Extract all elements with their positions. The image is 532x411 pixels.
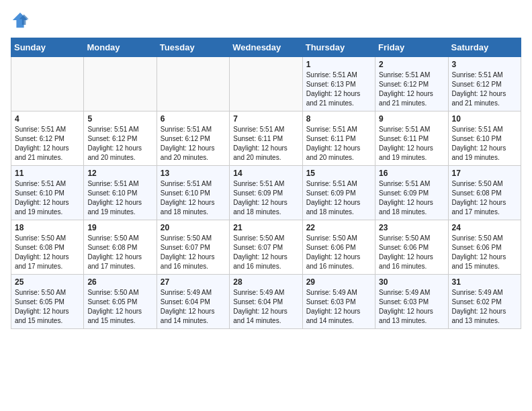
day-number: 3 [452,60,517,69]
day-info: Sunrise: 5:50 AM Sunset: 6:07 PM Dayligh… [233,234,298,271]
day-number: 7 [233,114,298,124]
calendar-cell: 27Sunrise: 5:49 AM Sunset: 6:04 PM Dayli… [157,275,229,329]
day-info: Sunrise: 5:50 AM Sunset: 6:06 PM Dayligh… [452,234,517,271]
day-number: 14 [233,169,298,178]
calendar-cell: 8Sunrise: 5:51 AM Sunset: 6:11 PM Daylig… [302,111,375,166]
day-of-week-sunday: Sunday [11,38,84,57]
calendar-cell: 15Sunrise: 5:51 AM Sunset: 6:09 PM Dayli… [302,166,375,220]
day-of-week-monday: Monday [84,38,157,57]
day-number: 8 [306,114,371,124]
day-number: 9 [379,114,444,124]
day-info: Sunrise: 5:51 AM Sunset: 6:10 PM Dayligh… [452,125,517,163]
calendar-cell: 30Sunrise: 5:49 AM Sunset: 6:03 PM Dayli… [375,275,448,329]
calendar-cell: 11Sunrise: 5:51 AM Sunset: 6:10 PM Dayli… [11,166,84,220]
calendar-cell: 2Sunrise: 5:51 AM Sunset: 6:12 PM Daylig… [375,57,448,111]
day-number: 5 [87,114,152,124]
day-number: 12 [87,169,152,178]
day-info: Sunrise: 5:51 AM Sunset: 6:12 PM Dayligh… [379,71,444,108]
day-info: Sunrise: 5:50 AM Sunset: 6:08 PM Dayligh… [87,234,152,271]
calendar-cell: 24Sunrise: 5:50 AM Sunset: 6:06 PM Dayli… [448,220,521,275]
day-number: 18 [15,223,80,232]
day-info: Sunrise: 5:51 AM Sunset: 6:09 PM Dayligh… [379,179,444,217]
day-number: 25 [15,277,80,287]
calendar-cell: 7Sunrise: 5:51 AM Sunset: 6:11 PM Daylig… [230,111,302,166]
day-number: 2 [379,60,444,69]
day-number: 29 [306,277,371,287]
day-of-week-wednesday: Wednesday [230,38,302,57]
day-info: Sunrise: 5:50 AM Sunset: 6:06 PM Dayligh… [379,234,444,271]
calendar-cell: 29Sunrise: 5:49 AM Sunset: 6:03 PM Dayli… [302,275,375,329]
day-info: Sunrise: 5:49 AM Sunset: 6:04 PM Dayligh… [233,288,298,326]
day-number: 15 [306,169,371,178]
day-info: Sunrise: 5:51 AM Sunset: 6:11 PM Dayligh… [379,125,444,163]
day-number: 30 [379,277,444,287]
day-info: Sunrise: 5:50 AM Sunset: 6:07 PM Dayligh… [161,234,226,271]
calendar-cell [157,57,229,111]
calendar-cell: 1Sunrise: 5:51 AM Sunset: 6:13 PM Daylig… [302,57,375,111]
day-number: 28 [233,277,298,287]
day-number: 16 [379,169,444,178]
day-number: 23 [379,223,444,232]
week-row-2: 4Sunrise: 5:51 AM Sunset: 6:12 PM Daylig… [11,111,521,166]
calendar-cell: 3Sunrise: 5:51 AM Sunset: 6:12 PM Daylig… [448,57,521,111]
calendar-cell: 16Sunrise: 5:51 AM Sunset: 6:09 PM Dayli… [375,166,448,220]
day-number: 27 [161,277,226,287]
day-number: 22 [306,223,371,232]
day-number: 13 [161,169,226,178]
day-info: Sunrise: 5:50 AM Sunset: 6:05 PM Dayligh… [87,288,152,326]
day-number: 26 [87,277,152,287]
day-info: Sunrise: 5:50 AM Sunset: 6:06 PM Dayligh… [306,234,371,271]
calendar-cell: 26Sunrise: 5:50 AM Sunset: 6:05 PM Dayli… [84,275,157,329]
day-info: Sunrise: 5:51 AM Sunset: 6:12 PM Dayligh… [161,125,226,163]
day-number: 4 [15,114,80,124]
day-of-week-thursday: Thursday [302,38,375,57]
day-info: Sunrise: 5:49 AM Sunset: 6:03 PM Dayligh… [379,288,444,326]
calendar-body: 1Sunrise: 5:51 AM Sunset: 6:13 PM Daylig… [11,57,521,329]
week-row-5: 25Sunrise: 5:50 AM Sunset: 6:05 PM Dayli… [11,275,521,329]
calendar-cell: 31Sunrise: 5:49 AM Sunset: 6:02 PM Dayli… [448,275,521,329]
day-info: Sunrise: 5:50 AM Sunset: 6:08 PM Dayligh… [15,234,80,271]
calendar-cell: 17Sunrise: 5:50 AM Sunset: 6:08 PM Dayli… [448,166,521,220]
day-number: 11 [15,169,80,178]
day-of-week-friday: Friday [375,38,448,57]
calendar-table: SundayMondayTuesdayWednesdayThursdayFrid… [11,38,521,329]
day-info: Sunrise: 5:50 AM Sunset: 6:05 PM Dayligh… [15,288,80,326]
day-info: Sunrise: 5:50 AM Sunset: 6:08 PM Dayligh… [452,179,517,217]
day-number: 31 [452,277,517,287]
day-number: 21 [233,223,298,232]
day-info: Sunrise: 5:51 AM Sunset: 6:11 PM Dayligh… [233,125,298,163]
calendar-cell: 4Sunrise: 5:51 AM Sunset: 6:12 PM Daylig… [11,111,84,166]
calendar-cell: 25Sunrise: 5:50 AM Sunset: 6:05 PM Dayli… [11,275,84,329]
day-of-week-tuesday: Tuesday [157,38,229,57]
calendar-cell: 10Sunrise: 5:51 AM Sunset: 6:10 PM Dayli… [448,111,521,166]
header [11,11,521,30]
day-number: 10 [452,114,517,124]
day-info: Sunrise: 5:51 AM Sunset: 6:12 PM Dayligh… [15,125,80,163]
week-row-3: 11Sunrise: 5:51 AM Sunset: 6:10 PM Dayli… [11,166,521,220]
day-info: Sunrise: 5:51 AM Sunset: 6:09 PM Dayligh… [306,179,371,217]
days-of-week-row: SundayMondayTuesdayWednesdayThursdayFrid… [11,38,521,57]
day-info: Sunrise: 5:49 AM Sunset: 6:04 PM Dayligh… [161,288,226,326]
calendar-cell: 13Sunrise: 5:51 AM Sunset: 6:10 PM Dayli… [157,166,229,220]
calendar-cell: 22Sunrise: 5:50 AM Sunset: 6:06 PM Dayli… [302,220,375,275]
calendar-cell: 18Sunrise: 5:50 AM Sunset: 6:08 PM Dayli… [11,220,84,275]
calendar-cell: 21Sunrise: 5:50 AM Sunset: 6:07 PM Dayli… [230,220,302,275]
calendar-cell: 14Sunrise: 5:51 AM Sunset: 6:09 PM Dayli… [230,166,302,220]
day-info: Sunrise: 5:51 AM Sunset: 6:10 PM Dayligh… [15,179,80,217]
logo-icon [11,11,30,30]
calendar-cell [11,57,84,111]
day-number: 19 [87,223,152,232]
day-info: Sunrise: 5:51 AM Sunset: 6:09 PM Dayligh… [233,179,298,217]
day-number: 6 [161,114,226,124]
day-number: 24 [452,223,517,232]
day-info: Sunrise: 5:51 AM Sunset: 6:12 PM Dayligh… [452,71,517,108]
day-info: Sunrise: 5:51 AM Sunset: 6:11 PM Dayligh… [306,125,371,163]
calendar-cell [230,57,302,111]
day-info: Sunrise: 5:51 AM Sunset: 6:10 PM Dayligh… [161,179,226,217]
calendar-cell: 20Sunrise: 5:50 AM Sunset: 6:07 PM Dayli… [157,220,229,275]
day-info: Sunrise: 5:51 AM Sunset: 6:12 PM Dayligh… [87,125,152,163]
calendar-cell: 6Sunrise: 5:51 AM Sunset: 6:12 PM Daylig… [157,111,229,166]
calendar-cell: 12Sunrise: 5:51 AM Sunset: 6:10 PM Dayli… [84,166,157,220]
day-of-week-saturday: Saturday [448,38,521,57]
calendar-cell: 23Sunrise: 5:50 AM Sunset: 6:06 PM Dayli… [375,220,448,275]
